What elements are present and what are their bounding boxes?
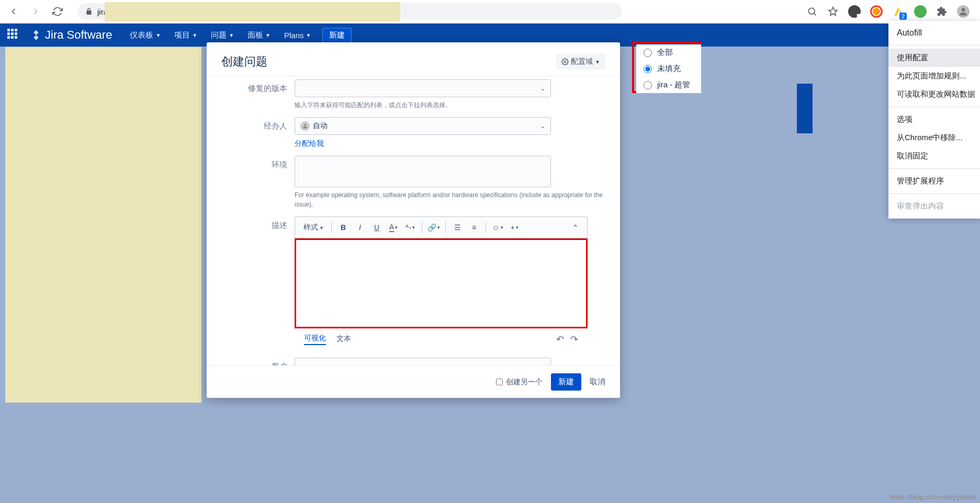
extension-2-icon[interactable] <box>870 5 883 18</box>
create-another-checkbox[interactable]: 创建另一个 <box>496 378 543 387</box>
autofill-option-jira[interactable]: jira - 超管 <box>636 77 701 93</box>
background-strip <box>797 84 813 133</box>
svg-point-1 <box>962 8 965 12</box>
autofill-popup: 全部 未填充 jira - 超管 <box>636 44 701 93</box>
extension-badge: 2 <box>899 13 907 20</box>
autofill-option-all[interactable]: 全部 <box>636 44 701 61</box>
star-icon[interactable] <box>827 6 839 17</box>
browser-toolbar-right: 2 <box>806 5 974 18</box>
tab-text[interactable]: 文本 <box>336 334 351 345</box>
description-editor[interactable] <box>295 238 588 328</box>
extension-1-icon[interactable] <box>848 5 861 18</box>
environment-help: For example operating system, software p… <box>295 190 605 209</box>
editor-tabs: 可视化 文本 ↶ ↷ <box>295 328 588 350</box>
autofill-option-unfilled[interactable]: 未填充 <box>636 61 701 77</box>
chevron-down-icon: ▼ <box>595 59 600 65</box>
modal-body[interactable]: 修复的版本 ⌄ 输入字符来获得可能匹配的列表，或点击下拉列表选择。 经办人 自动… <box>207 76 620 366</box>
number-list-button[interactable]: ≡ <box>467 220 481 235</box>
menu-inspect[interactable]: 审查弹出内容 <box>888 197 980 215</box>
assignee-select[interactable]: 自动 ⌄ <box>295 117 551 135</box>
underline-button[interactable]: U <box>369 220 384 235</box>
profile-avatar-icon[interactable] <box>957 5 970 18</box>
create-another-input[interactable] <box>496 379 503 385</box>
context-menu-title: Autofill <box>888 24 980 42</box>
chevron-down-icon: ⌄ <box>540 85 545 92</box>
undo-button[interactable]: ↶ <box>556 334 564 345</box>
customer-label: 客户 <box>221 358 295 366</box>
assignee-label: 经办人 <box>221 117 295 148</box>
reload-button[interactable] <box>50 4 65 19</box>
assign-to-me-link[interactable]: 分配给我 <box>295 139 324 148</box>
insert-button[interactable]: +▾ <box>507 220 522 235</box>
description-label: 描述 <box>221 216 295 350</box>
create-issue-modal: 创建问题 配置域 ▼ 修复的版本 ⌄ 输入字符来获得可能匹配的列表，或点击下拉列… <box>207 42 620 398</box>
create-button[interactable]: 新建 <box>322 28 352 43</box>
extension-context-menu: Autofill 使用配置 为此页面增加规则... 可读取和更改网站数据 选项 … <box>888 21 980 219</box>
app-switcher-icon[interactable] <box>7 29 20 41</box>
nav-projects[interactable]: 项目▼ <box>168 24 204 47</box>
modal-header: 创建问题 配置域 ▼ <box>207 42 620 76</box>
configure-fields-button[interactable]: 配置域 ▼ <box>556 54 605 70</box>
tab-visual[interactable]: 可视化 <box>304 334 326 345</box>
customer-select[interactable]: ⌄ <box>295 358 551 366</box>
back-button[interactable] <box>6 4 21 19</box>
menu-options[interactable]: 选项 <box>888 110 980 129</box>
gear-icon <box>561 58 569 65</box>
redacted-url-overlay <box>105 2 400 21</box>
chevron-down-icon: ▼ <box>265 32 271 38</box>
svg-point-3 <box>304 124 306 126</box>
menu-read-write[interactable]: 可读取和更改网站数据 <box>888 85 980 104</box>
modal-footer: 创建另一个 新建 取消 <box>207 366 620 398</box>
redacted-sidebar-overlay <box>5 47 201 403</box>
extensions-puzzle-icon[interactable] <box>936 6 948 17</box>
fix-version-select[interactable]: ⌄ <box>295 79 551 97</box>
forward-button[interactable] <box>28 4 43 19</box>
chevron-down-icon: ▼ <box>229 32 234 38</box>
lock-icon <box>85 7 93 16</box>
fix-version-help: 输入字符来获得可能匹配的列表，或点击下拉列表选择。 <box>295 100 605 110</box>
expand-button[interactable]: ⌃ <box>568 220 583 235</box>
extension-autofill-icon[interactable]: 2 <box>892 5 905 18</box>
menu-manage-ext[interactable]: 管理扩展程序 <box>888 172 980 190</box>
text-color-button[interactable]: A▾ <box>386 220 401 235</box>
cancel-button[interactable]: 取消 <box>590 377 605 387</box>
svg-point-0 <box>808 8 815 14</box>
more-format-button[interactable]: ᴬ◦▾ <box>403 220 418 235</box>
menu-unpin[interactable]: 取消固定 <box>888 147 980 165</box>
submit-button[interactable]: 新建 <box>551 373 581 391</box>
emoji-button[interactable]: ☺▾ <box>490 220 505 235</box>
zoom-icon[interactable] <box>806 6 818 17</box>
avatar-icon <box>300 121 310 131</box>
bullet-list-button[interactable]: ☰ <box>450 220 465 235</box>
chevron-down-icon: ▼ <box>155 32 161 38</box>
watermark: https://blog.csdn.net/pytester <box>890 493 977 501</box>
redo-button[interactable]: ↷ <box>570 334 578 345</box>
extension-4-icon[interactable] <box>914 5 927 18</box>
chevron-down-icon: ▼ <box>192 32 197 38</box>
environment-textarea[interactable] <box>295 156 551 187</box>
style-dropdown[interactable]: 样式▾ <box>299 223 327 232</box>
nav-dashboards[interactable]: 仪表板▼ <box>123 24 167 47</box>
menu-use-config[interactable]: 使用配置 <box>888 49 980 67</box>
menu-remove[interactable]: 从Chrome中移除... <box>888 129 980 147</box>
svg-point-2 <box>564 61 566 63</box>
jira-logo[interactable]: Jira Software <box>30 28 112 42</box>
italic-button[interactable]: I <box>353 220 367 235</box>
fix-version-label: 修复的版本 <box>221 79 295 110</box>
chevron-down-icon: ⌄ <box>540 123 545 130</box>
menu-add-rule[interactable]: 为此页面增加规则... <box>888 67 980 85</box>
chevron-down-icon: ▼ <box>306 32 311 38</box>
bold-button[interactable]: B <box>336 220 351 235</box>
modal-title: 创建问题 <box>221 54 267 70</box>
environment-label: 环境 <box>221 156 295 209</box>
editor-toolbar: 样式▾ B I U A▾ ᴬ◦▾ 🔗▾ ☰ ≡ ☺▾ +▾ ⌃ <box>295 216 588 238</box>
link-button[interactable]: 🔗▾ <box>426 220 441 235</box>
